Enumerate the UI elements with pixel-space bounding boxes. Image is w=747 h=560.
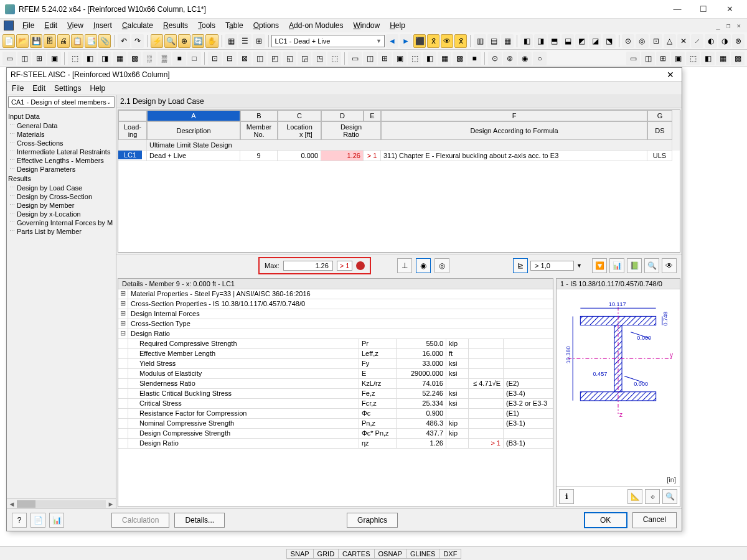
tb-a6-icon[interactable]: ◪ — [589, 34, 601, 48]
tree-item[interactable]: Cross-Sections — [8, 139, 115, 147]
scroll-right-icon[interactable]: ► — [106, 500, 116, 508]
tb2-r5-icon[interactable]: ⬚ — [686, 52, 700, 65]
tb2-r8-icon[interactable]: ▩ — [731, 52, 745, 65]
dialog-close-icon[interactable]: ✕ — [663, 70, 678, 80]
details-row[interactable]: Effective Member LengthLeff,z16.000ft — [118, 349, 553, 359]
col-d-header[interactable]: D — [321, 110, 364, 121]
tb2-h-icon[interactable]: ▦ — [113, 52, 126, 65]
tb-save-icon[interactable]: 💾 — [30, 34, 42, 48]
tb-rotate-icon[interactable]: 🔄 — [192, 34, 204, 48]
details-row[interactable]: Modulus of ElasticityE29000.000ksi — [118, 369, 553, 379]
tree-results-header[interactable]: Results — [8, 174, 115, 184]
tree-item[interactable]: General Data — [8, 121, 115, 130]
details-row[interactable]: Yield StressFy33.000ksi — [118, 359, 553, 369]
tree-item[interactable]: Design by Cross-Section — [8, 192, 115, 201]
tb2-m-icon[interactable]: □ — [187, 52, 201, 65]
tb-zoomall-icon[interactable]: ⊕ — [178, 34, 190, 48]
tb-res1-icon[interactable]: ⬛ — [413, 34, 426, 48]
tb-a7-icon[interactable]: ⬔ — [603, 34, 615, 48]
tb2-ad-icon[interactable]: ▩ — [453, 52, 466, 65]
graphics-button[interactable]: Graphics — [347, 513, 398, 528]
tb-calc-icon[interactable]: ⚡ — [151, 34, 163, 48]
menu-calculate[interactable]: Calculate — [118, 20, 157, 31]
tb-table-icon[interactable]: ▦ — [225, 34, 237, 48]
tb2-x-icon[interactable]: ◫ — [363, 52, 377, 65]
tb2-j-icon[interactable]: ░ — [143, 52, 156, 65]
mdi-close[interactable]: × — [734, 22, 743, 30]
details-row[interactable]: Design Ratioηz1.26> 1(B3-1) — [118, 439, 553, 449]
tree-item[interactable]: Parts List by Member — [8, 227, 115, 236]
tb-b8-icon[interactable]: ◑ — [718, 34, 731, 48]
tb2-l-icon[interactable]: ■ — [172, 52, 186, 65]
tb-m1-icon[interactable]: ▥ — [474, 34, 486, 48]
tb2-af-icon[interactable]: ⊙ — [488, 52, 502, 65]
tb-grid-icon[interactable]: ⊞ — [253, 34, 265, 48]
tb-b9-icon[interactable]: ⊗ — [732, 34, 745, 48]
tb-m3-icon[interactable]: ▦ — [501, 34, 514, 48]
status-cartes[interactable]: CARTES — [338, 549, 374, 559]
tb-list-icon[interactable]: ☰ — [238, 34, 251, 48]
tb-report-icon[interactable]: 📋 — [71, 34, 83, 48]
collapse-icon[interactable]: ⊟ — [118, 329, 128, 338]
tb2-n-icon[interactable]: ⊡ — [208, 52, 222, 65]
expand-icon[interactable]: ⊞ — [118, 289, 128, 299]
tb-b5-icon[interactable]: ✕ — [677, 34, 690, 48]
loadcase-combo[interactable]: LC1 - Dead + Live ▼ — [271, 35, 384, 47]
tool-btn-1[interactable]: ⊥ — [397, 258, 412, 273]
tb2-y-icon[interactable]: ⊞ — [378, 52, 392, 65]
tool-btn-2[interactable]: ◉ — [416, 258, 431, 273]
tb-a2-icon[interactable]: ◨ — [534, 34, 547, 48]
details-row[interactable]: Resistance Factor for CompressionΦc0.900… — [118, 409, 553, 419]
details-group[interactable]: ⊞Cross-Section Type — [118, 319, 553, 329]
tb-print-icon[interactable]: 🖨 — [57, 34, 70, 48]
tb2-ac-icon[interactable]: ▦ — [438, 52, 451, 65]
tb2-ah-icon[interactable]: ◉ — [518, 52, 532, 65]
tb2-p-icon[interactable]: ⊠ — [238, 52, 251, 65]
details-row[interactable]: Critical StressFcr,z25.334ksi(E3-2 or E3… — [118, 399, 553, 409]
tb2-r-icon[interactable]: ◰ — [268, 52, 281, 65]
minimize-button[interactable]: — — [665, 1, 690, 18]
tb-undo-icon[interactable]: ↶ — [118, 34, 130, 48]
details-row[interactable]: Design Compressive StrengthΦc* Pn,z437.7… — [118, 429, 553, 439]
export-button[interactable]: 📄 — [31, 513, 45, 528]
tb-zoom-icon[interactable]: 🔍 — [164, 34, 177, 48]
tb-res3-icon[interactable]: 👁 — [441, 34, 453, 48]
tb2-k-icon[interactable]: ▒ — [157, 52, 171, 65]
dlg-menu-file[interactable]: File — [12, 84, 24, 93]
dialog-titlebar[interactable]: RF-STEEL AISC - [Reinforced W10x66 Colum… — [7, 68, 682, 82]
tb-pan-icon[interactable]: ✋ — [205, 34, 218, 48]
tb-a1-icon[interactable]: ◧ — [520, 34, 533, 48]
table-row[interactable]: LC1 Dead + Live 9 0.000 1.26 > 1 311) Ch… — [118, 151, 680, 161]
details-group[interactable]: ⊞Design Internal Forces — [118, 309, 553, 319]
status-snap[interactable]: SNAP — [286, 549, 314, 559]
tb-next-icon[interactable]: ► — [400, 34, 412, 48]
dlg-menu-settings[interactable]: Settings — [54, 84, 81, 93]
tb2-t-icon[interactable]: ◲ — [298, 52, 311, 65]
tb-b3-icon[interactable]: ⊡ — [650, 34, 662, 48]
tb2-ab-icon[interactable]: ◧ — [423, 52, 436, 65]
tb-res4-icon[interactable]: x̄ — [454, 34, 467, 48]
tb-saveas-icon[interactable]: 🗄 — [44, 34, 56, 48]
tree-item[interactable]: Design by x-Location — [8, 210, 115, 218]
tb2-u-icon[interactable]: ◳ — [312, 52, 326, 65]
menu-file[interactable]: File — [19, 20, 38, 31]
dlg-menu-help[interactable]: Help — [90, 84, 105, 93]
details-group[interactable]: ⊞Cross-Section Properties - IS 10.38/10.… — [118, 299, 553, 309]
details-group[interactable]: ⊟Design Ratio — [118, 329, 553, 339]
expand-icon[interactable]: ⊞ — [118, 309, 128, 319]
tb-new-icon[interactable]: 📄 — [2, 34, 15, 48]
tb-b7-icon[interactable]: ◐ — [705, 34, 717, 48]
tb-b2-icon[interactable]: ◎ — [636, 34, 648, 48]
calculation-button[interactable]: Calculation — [111, 513, 169, 528]
filter-combo[interactable]: > 1,0 — [530, 261, 574, 271]
expand-icon[interactable]: ⊞ — [118, 319, 128, 329]
menu-options[interactable]: Options — [250, 20, 283, 31]
tb-prev-icon[interactable]: ◄ — [386, 34, 398, 48]
details-row[interactable]: Nominal Compressive StrengthPn,z486.3kip… — [118, 419, 553, 429]
filter-btn-5[interactable]: 👁 — [662, 258, 677, 273]
tb-res2-icon[interactable]: x̄ — [427, 34, 439, 48]
tree-item[interactable]: Design by Member — [8, 201, 115, 210]
expand-icon[interactable]: ⊞ — [118, 299, 128, 309]
tb2-g-icon[interactable]: ◨ — [98, 52, 111, 65]
menu-help[interactable]: Help — [386, 20, 409, 31]
